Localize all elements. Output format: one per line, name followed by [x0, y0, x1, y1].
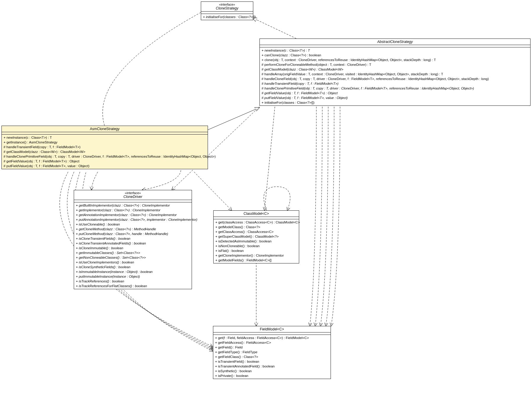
method-row: + get(classAccess : ClassAccess<C>) : Cl…: [215, 220, 297, 225]
attributes-section: [214, 217, 299, 219]
method-row: # handleTransientField(copy : T, f : Fie…: [262, 81, 528, 86]
method-row: + newInstance(c : Class<T>) : T: [4, 135, 206, 140]
method-row: + putImmutableInstance(instance : Object…: [76, 274, 190, 279]
class-name: AbstractCloneStrategy: [262, 40, 528, 44]
class-name: AsmCloneStrategy: [4, 127, 206, 131]
class-name: ClassModel<C>: [215, 212, 297, 216]
methods-section: + newInstance(c : Class<T>) : T+ getInst…: [2, 135, 208, 169]
method-row: + getImmutableClasses() : Set<Class<?>>: [76, 250, 190, 255]
method-row: + isDetectedAsImmutable() : boolean: [215, 239, 297, 244]
method-row: + getClassAccess() : ClassAccess<C>: [215, 229, 297, 234]
relation-AsmCloneStrategy-ClassModel: [194, 172, 232, 210]
class-title: «interface»CloneDriver: [74, 190, 192, 200]
method-row: + getCloneMethod(clazz : Class<?>) : Met…: [76, 227, 190, 231]
class-FieldModel: FieldModel<C>+ get(f : Field, fieldAcces…: [213, 326, 331, 379]
method-row: + getCloneImplementor() : CloneImplement…: [215, 253, 297, 258]
methods-section: + get(classAccess : ClassAccess<C>) : Cl…: [214, 219, 299, 263]
stereotype: «interface»: [76, 191, 190, 195]
class-title: ClassModel<C>: [214, 211, 299, 217]
method-row: + isTrackReferencesForFlatClasses() : bo…: [76, 284, 190, 288]
method-row: # getClassModel(clazz : Class<W>) : Clas…: [4, 149, 206, 154]
class-CloneStrategy: «interface»CloneStrategy+ initialiseFor(…: [201, 1, 253, 20]
relation-AbstractCloneStrategy-FieldModel: [315, 107, 322, 326]
method-row: + getFieldType() : FieldType: [215, 350, 329, 354]
method-row: + clone(obj : T, context : CloneDriver, …: [262, 57, 528, 62]
method-row: # handleTransientField(copy : T, f : Fie…: [4, 145, 206, 149]
method-row: # putFieldValue(obj : T, f : FieldModel<…: [262, 95, 528, 100]
class-name: CloneStrategy: [203, 6, 251, 10]
method-row: + isImmutableInstance(instance : Object)…: [76, 269, 190, 274]
class-title: FieldModel<C>: [213, 326, 331, 332]
methods-section: + newInstance(c : Class<T>) : T+ canClon…: [260, 47, 530, 105]
method-row: + canClone(clazz : Class<?>) : boolean: [262, 53, 528, 57]
class-name: CloneDriver: [76, 195, 190, 199]
methods-section: + getBuiltInImplementor(clazz : Class<?>…: [74, 202, 192, 289]
attributes-section: [260, 45, 530, 47]
relation-AbstractCloneStrategy-ClassModel: [265, 107, 275, 210]
relation-CloneStrategy-AsmCloneStrategy: [102, 12, 201, 126]
attributes-section: [213, 332, 331, 335]
method-row: # handleArray(origFieldValue : T, contex…: [262, 72, 528, 76]
method-row: # performCloneForCloneableMethod(object …: [262, 62, 528, 67]
method-row: + isUseCloneImplementors() : boolean: [76, 260, 190, 265]
class-AsmCloneStrategy: AsmCloneStrategy+ newInstance(c : Class<…: [1, 126, 208, 169]
method-row: # getClassModel(clazz : Class<W>) : Clas…: [262, 67, 528, 72]
class-title: AsmCloneStrategy: [2, 126, 208, 132]
method-row: + isNonCloneable() : boolean: [215, 244, 297, 248]
relation-AbstractCloneStrategy-CloneStrategy: [252, 18, 296, 39]
method-row: + putAnnotationImplementor(clazz : Class…: [76, 217, 190, 222]
relation-AsmCloneStrategy-CloneDriver: [92, 172, 98, 190]
methods-section: + get(f : Field, fieldAccess : FieldAcce…: [213, 335, 331, 379]
class-CloneDriver: «interface»CloneDriver+ getBuiltInImplem…: [74, 190, 192, 289]
method-row: + initialiseFor(classes : Class<?>[]): [262, 100, 528, 105]
method-row: + isTrackReferences() : boolean: [76, 279, 190, 284]
attributes-section: [2, 132, 208, 135]
method-row: + getBuiltInImplementor(clazz : Class<?>…: [76, 203, 190, 208]
method-row: + getImplementor(clazz : Class<?>) : Clo…: [76, 208, 190, 212]
attributes-section: [201, 12, 253, 14]
method-row: + getSuperClassModel() : ClassModel<?>: [215, 234, 297, 239]
method-row: + isCloneImmutable() : boolean: [76, 246, 190, 250]
attributes-section: [74, 200, 192, 202]
method-row: + initialiseFor(classes : Class<?>[]): [203, 15, 251, 19]
class-title: «interface»CloneStrategy: [201, 2, 253, 12]
methods-section: + initialiseFor(classes : Class<?>[]): [201, 14, 253, 20]
method-row: + isFlat() : boolean: [215, 248, 297, 253]
method-row: + getAnnotationImplementor(clazz : Class…: [76, 212, 190, 217]
method-row: + getField() : Field: [215, 345, 329, 350]
method-row: + getModelFields() : FieldModel<C>[]: [215, 258, 297, 263]
method-row: # handleClonePrimitiveField(obj : T, cop…: [4, 154, 206, 159]
method-row: # handleCloneField(obj : T, copy : T, dr…: [262, 76, 528, 81]
method-row: + getInstance() : AsmCloneStrategy: [4, 140, 206, 145]
method-row: + isCloneTransientAnnotatedFields() : bo…: [76, 241, 190, 246]
method-row: + isCloneTransientFields() : boolean: [76, 236, 190, 241]
method-row: # handleClonePrimitiveField(obj : T, cop…: [262, 86, 528, 91]
relation-AbstractCloneStrategy-FieldModel: [326, 107, 334, 326]
class-AbstractCloneStrategy: AbstractCloneStrategy+ newInstance(c : C…: [259, 39, 531, 106]
method-row: + isTransientAnnotatedField() : boolean: [215, 364, 329, 369]
method-row: + getFieldAccess() : FieldAccess<C>: [215, 340, 329, 345]
method-row: + isPrivate() : boolean: [215, 373, 329, 378]
method-row: + getFieldClass() : Class<?>: [215, 354, 329, 359]
method-row: # getFieldValue(obj : T, f : FieldModel<…: [262, 91, 528, 95]
method-row: + putCloneMethod(clazz : Class<?>, handl…: [76, 231, 190, 236]
class-title: AbstractCloneStrategy: [260, 39, 530, 45]
relation-AbstractCloneStrategy-FieldModel: [321, 107, 328, 326]
method-row: + get(f : Field, fieldAccess : FieldAcce…: [215, 335, 329, 340]
relation-AbstractCloneStrategy-FieldModel: [310, 107, 316, 326]
method-row: + isTransientField() : boolean: [215, 359, 329, 364]
method-row: + newInstance(c : Class<T>) : T: [262, 48, 528, 53]
stereotype: «interface»: [203, 3, 251, 6]
method-row: # putFieldValue(obj : T, f : FieldModel<…: [4, 164, 206, 168]
relation-AbstractCloneStrategy-FieldModel: [331, 107, 340, 326]
class-ClassModel: ClassModel<C>+ get(classAccess : ClassAc…: [213, 210, 299, 263]
method-row: + isUseCloneable() : boolean: [76, 222, 190, 227]
method-row: # getFieldValue(obj : T, f : FieldModel<…: [4, 159, 206, 164]
method-row: + getNonCloneableClasses() : Set<Class<?…: [76, 255, 190, 260]
method-row: + getModelClass() : Class<?>: [215, 225, 297, 229]
method-row: + isSynthetic() : boolean: [215, 369, 329, 373]
method-row: + isCloneSyntheticFields() : boolean: [76, 265, 190, 269]
relation-AsmCloneStrategy-AbstractCloneStrategy: [208, 108, 259, 130]
relation-ClassModel-ClassModel: [264, 187, 290, 210]
class-name: FieldModel<C>: [215, 327, 329, 331]
